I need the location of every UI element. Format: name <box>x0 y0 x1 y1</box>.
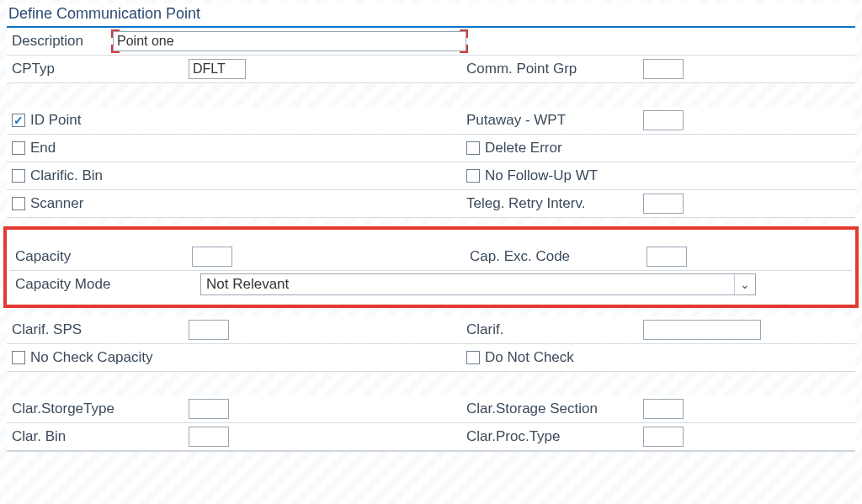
focus-corner-tr <box>460 29 468 38</box>
scanner-checkbox[interactable]: Scanner <box>12 195 83 212</box>
spacer-1 <box>7 83 855 107</box>
cap-exc-code-label: Cap. Exc. Code <box>470 248 646 265</box>
delete-error-checkbox[interactable]: Delete Error <box>466 140 562 157</box>
no-followup-wt-label: No Follow-Up WT <box>485 167 598 184</box>
panel-title: Define Communication Point <box>7 3 855 28</box>
clar-bin-label: Clar. Bin <box>12 428 189 445</box>
cptyp-input <box>189 59 246 79</box>
comm-point-grp-label: Comm. Point Grp <box>466 61 643 77</box>
clarific-bin-label: Clarific. Bin <box>30 167 103 184</box>
cap-exc-code-input[interactable] <box>646 247 687 267</box>
focus-corner-br <box>460 45 468 53</box>
focus-corner-bl <box>111 45 120 53</box>
end-checkbox[interactable]: End <box>12 140 56 157</box>
clar-proctype-input[interactable] <box>643 427 684 447</box>
checkbox-box-icon <box>12 141 25 155</box>
row-clarif-sps: Clarif. SPS Clarif. <box>7 316 855 344</box>
checkbox-box-icon <box>466 351 480 364</box>
row-capacity-mode: Capacity Mode Not Relevant ⌄ <box>10 271 852 298</box>
focus-corner-tl <box>111 29 120 38</box>
checkbox-box-icon <box>12 351 25 364</box>
teleg-retry-label: Teleg. Retry Interv. <box>466 195 643 212</box>
clarif-label: Clarif. <box>466 321 643 338</box>
row-idpoint-putaway: ✓ ID Point Putaway - WPT <box>7 107 855 135</box>
clar-bin-input[interactable] <box>189 427 229 447</box>
row-description: Description <box>7 28 855 56</box>
define-comm-point-panel: Define Communication Point Description C… <box>0 0 862 452</box>
description-label: Description <box>12 33 113 50</box>
clarif-input[interactable] <box>643 320 761 340</box>
id-point-label: ID Point <box>30 112 81 129</box>
row-clarificbin-nofollowup: Clarific. Bin No Follow-Up WT <box>7 162 855 190</box>
clar-proctype-label: Clar.Proc.Type <box>466 428 643 445</box>
delete-error-label: Delete Error <box>485 140 562 157</box>
checkbox-box-icon <box>466 141 480 155</box>
end-label: End <box>30 140 56 157</box>
clarif-sps-input[interactable] <box>189 320 229 340</box>
row-clar-storagetype: Clar.StorgeType Clar.Storage Section <box>7 395 855 423</box>
checkbox-box-icon: ✓ <box>12 114 25 127</box>
row-end-deleteerror: End Delete Error <box>7 135 855 162</box>
putaway-wpt-label: Putaway - WPT <box>466 112 643 129</box>
capacity-highlight-box: Capacity Cap. Exc. Code Capacity Mode No… <box>3 226 859 308</box>
description-input[interactable] <box>113 31 466 51</box>
capacity-input[interactable] <box>192 247 232 267</box>
row-cptyp: CPTyp Comm. Point Grp <box>7 56 855 83</box>
capacity-mode-value: Not Relevant <box>201 276 734 293</box>
chevron-down-icon: ⌄ <box>734 274 755 294</box>
no-check-capacity-label: No Check Capacity <box>30 349 153 366</box>
scanner-label: Scanner <box>30 195 83 212</box>
comm-point-grp-input[interactable] <box>643 59 684 79</box>
checkbox-box-icon <box>466 169 480 183</box>
do-not-check-label: Do Not Check <box>485 349 574 366</box>
checkbox-box-icon <box>12 169 25 183</box>
capacity-mode-select[interactable]: Not Relevant ⌄ <box>200 273 756 295</box>
clarif-sps-label: Clarif. SPS <box>12 321 189 338</box>
capacity-label: Capacity <box>15 248 192 265</box>
id-point-checkbox[interactable]: ✓ ID Point <box>12 112 81 129</box>
do-not-check-checkbox[interactable]: Do Not Check <box>466 349 574 366</box>
clar-storagetype-label: Clar.StorgeType <box>12 401 189 417</box>
putaway-wpt-input[interactable] <box>643 110 684 130</box>
cptyp-label: CPTyp <box>12 61 189 77</box>
checkbox-box-icon <box>12 197 25 210</box>
clar-storagetype-input[interactable] <box>189 399 229 419</box>
row-nocheckcap-donotcheck: No Check Capacity Do Not Check <box>7 344 855 372</box>
clar-storagesection-label: Clar.Storage Section <box>466 401 643 417</box>
capacity-mode-label: Capacity Mode <box>15 276 192 293</box>
no-check-capacity-checkbox[interactable]: No Check Capacity <box>12 349 153 366</box>
teleg-retry-input[interactable] <box>643 194 684 214</box>
clarific-bin-checkbox[interactable]: Clarific. Bin <box>12 167 103 184</box>
clar-storagesection-input[interactable] <box>643 399 684 419</box>
row-capacity: Capacity Cap. Exc. Code <box>10 243 852 271</box>
description-focus-frame <box>113 31 466 51</box>
no-followup-wt-checkbox[interactable]: No Follow-Up WT <box>466 167 598 184</box>
spacer-2 <box>7 372 855 395</box>
row-clar-bin: Clar. Bin Clar.Proc.Type <box>7 423 855 452</box>
row-scanner-telegretry: Scanner Teleg. Retry Interv. <box>7 190 855 218</box>
